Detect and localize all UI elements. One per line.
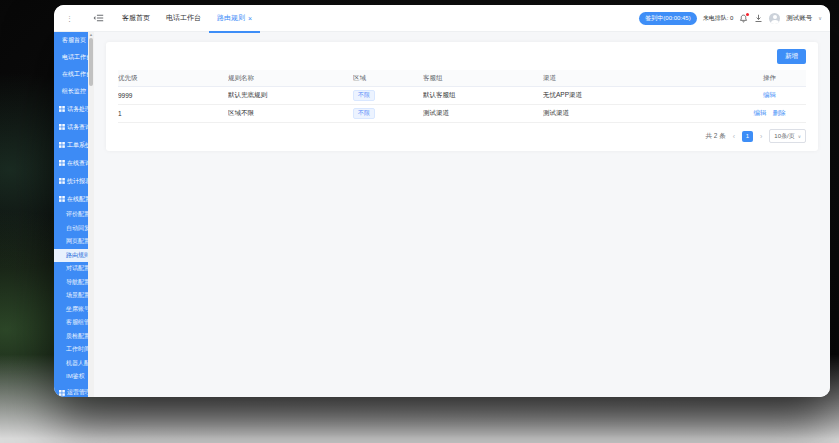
app-body: 客服首页 电话工作台 在线工作台 组长监控 话务处理 ∨ 话务查询	[54, 32, 830, 397]
page-size-select[interactable]: 10条/页 ∨	[769, 129, 806, 143]
pagination-total: 共 2 条	[705, 132, 725, 141]
sidebar-subitem-label: 客服组管理	[66, 318, 88, 327]
cell-group: 默认客服组	[423, 91, 543, 100]
sidebar-subitem[interactable]: 路由规则	[54, 249, 88, 263]
sidebar-group[interactable]: 工单系统 ∨	[54, 136, 88, 154]
sidebar-subitem[interactable]: 网页配置	[54, 235, 88, 249]
cell-priority: 9999	[118, 92, 228, 99]
sidebar-group[interactable]: 在线查询 ∨	[54, 154, 88, 172]
next-page-button[interactable]: ›	[758, 133, 764, 140]
sidebar-subitem[interactable]: 质检配置	[54, 330, 88, 344]
sidebar-subitem-label: 自动回复	[66, 224, 88, 233]
sidebar-subitem[interactable]: IM鉴权	[54, 370, 88, 384]
sidebar-group[interactable]: 话务处理 ∨	[54, 100, 88, 118]
grid-icon	[59, 390, 65, 396]
sidebar-group-label: 在线配置	[67, 195, 88, 204]
sidebar-subitem-label: 对话配置	[66, 264, 88, 273]
download-icon	[754, 14, 763, 23]
routing-rules-card: 新增 优先级规则名称区域客服组渠道操作 9999 默认兜底规则 不限 默认客服组…	[106, 42, 818, 151]
table-header-row: 优先级规则名称区域客服组渠道操作	[118, 70, 806, 87]
column-header: 规则名称	[228, 74, 353, 83]
sidebar-subitem-label: 质检配置	[66, 332, 88, 341]
tab-label: 客服首页	[122, 13, 150, 23]
sidebar-item[interactable]: 客服首页	[54, 32, 88, 49]
sidebar-subitem[interactable]: 客服组管理	[54, 316, 88, 330]
signin-status-pill[interactable]: 签到中(00:00:45)	[639, 12, 696, 25]
add-rule-button[interactable]: 新增	[777, 49, 806, 64]
tab[interactable]: 客服首页	[114, 5, 158, 33]
sidebar-subitem[interactable]: 工作时间管理	[54, 343, 88, 357]
action-link[interactable]: 编辑	[754, 109, 767, 116]
notification-bell-button[interactable]	[739, 14, 748, 23]
cell-channel: 无忧APP渠道	[543, 91, 733, 100]
action-link[interactable]: 删除	[773, 109, 786, 116]
tab-label: 电话工作台	[166, 13, 201, 23]
sidebar-group-label: 工单系统	[67, 141, 88, 150]
cell-region: 不限	[353, 90, 423, 101]
sidebar-item-label: 组长监控	[62, 87, 86, 96]
call-queue-count: 来电排队: 0	[703, 14, 734, 23]
table-row: 9999 默认兜底规则 不限 默认客服组 无忧APP渠道 编辑	[118, 87, 806, 105]
grid-icon	[59, 160, 65, 166]
sidebar-collapse-icon[interactable]	[93, 13, 104, 23]
grid-icon	[59, 142, 65, 148]
cell-channel: 测试渠道	[543, 109, 733, 118]
sidebar-subitem-label: IM鉴权	[66, 372, 85, 381]
column-header: 操作	[733, 74, 806, 83]
column-header: 客服组	[423, 74, 543, 83]
tab[interactable]: 路由规则 ×	[209, 5, 260, 33]
region-badge: 不限	[353, 90, 375, 101]
app-window: ⋮ 客服首页 电话工作台 路由规则 × 签到中(00:00:45) 来电排队: …	[54, 5, 830, 397]
user-menu-caret-icon[interactable]: ∨	[818, 15, 822, 21]
toolbar: 新增	[118, 49, 806, 64]
sidebar-item[interactable]: 电话工作台	[54, 49, 88, 66]
action-link[interactable]: 编辑	[763, 91, 776, 98]
cell-rule-name: 区域不限	[228, 109, 353, 118]
column-header: 优先级	[118, 74, 228, 83]
sidebar-scrollbar[interactable]: ▲	[88, 32, 94, 397]
sidebar-subitem[interactable]: 评价配置	[54, 208, 88, 222]
outdent-icon	[93, 13, 104, 23]
sidebar-group[interactable]: 在线配置 ∧	[54, 190, 88, 208]
user-avatar[interactable]	[769, 13, 780, 24]
sidebar-item-label: 客服首页	[62, 36, 86, 45]
tab[interactable]: 电话工作台	[158, 5, 209, 33]
sidebar-group-label: 在线查询	[67, 159, 88, 168]
grid-icon	[59, 124, 65, 130]
sidebar-group-label: 统计报表	[67, 177, 88, 186]
sidebar-subitem[interactable]: 自动回复	[54, 222, 88, 236]
sidebar-group[interactable]: 运营管理 ∨	[54, 384, 88, 398]
scrollbar-thumb[interactable]	[89, 38, 93, 86]
tab-label: 路由规则	[217, 13, 245, 23]
sidebar-group-label: 话务查询	[67, 123, 88, 132]
sidebar-subitem[interactable]: 机器人配置	[54, 357, 88, 371]
prev-page-button[interactable]: ‹	[731, 133, 737, 140]
grid-icon	[59, 106, 65, 112]
tab-bar: 客服首页 电话工作台 路由规则 ×	[114, 5, 260, 31]
sidebar-group-label: 话务处理	[67, 105, 88, 114]
sidebar-item-label: 在线工作台	[62, 70, 88, 79]
sidebar-group[interactable]: 统计报表 ∨	[54, 172, 88, 190]
sidebar-item[interactable]: 组长监控	[54, 83, 88, 100]
page-number-button[interactable]: 1	[742, 131, 753, 142]
sidebar-subitem[interactable]: 场景配置	[54, 289, 88, 303]
cell-region: 不限	[353, 108, 423, 119]
cell-rule-name: 默认兜底规则	[228, 91, 353, 100]
column-header: 区域	[353, 74, 423, 83]
sidebar-subitem[interactable]: 对话配置	[54, 262, 88, 276]
user-name[interactable]: 测试账号	[786, 14, 812, 23]
sidebar-subitem-label: 工作时间管理	[66, 345, 88, 354]
column-header: 渠道	[543, 74, 733, 83]
download-button[interactable]	[754, 14, 763, 23]
cell-actions: 编辑删除	[733, 109, 806, 118]
sidebar-subitem[interactable]: 坐席账号管理	[54, 303, 88, 317]
sidebar-group[interactable]: 话务查询 ∨	[54, 118, 88, 136]
region-badge: 不限	[353, 108, 375, 119]
grid-icon	[59, 178, 65, 184]
sidebar-item[interactable]: 在线工作台	[54, 66, 88, 83]
page-size-caret-icon: ∨	[798, 134, 801, 139]
sidebar-subitem[interactable]: 导航配置	[54, 276, 88, 290]
topbar: ⋮ 客服首页 电话工作台 路由规则 × 签到中(00:00:45) 来电排队: …	[54, 5, 830, 32]
sidebar-subitem-label: 路由规则	[66, 251, 88, 260]
tab-close-icon[interactable]: ×	[248, 15, 252, 22]
